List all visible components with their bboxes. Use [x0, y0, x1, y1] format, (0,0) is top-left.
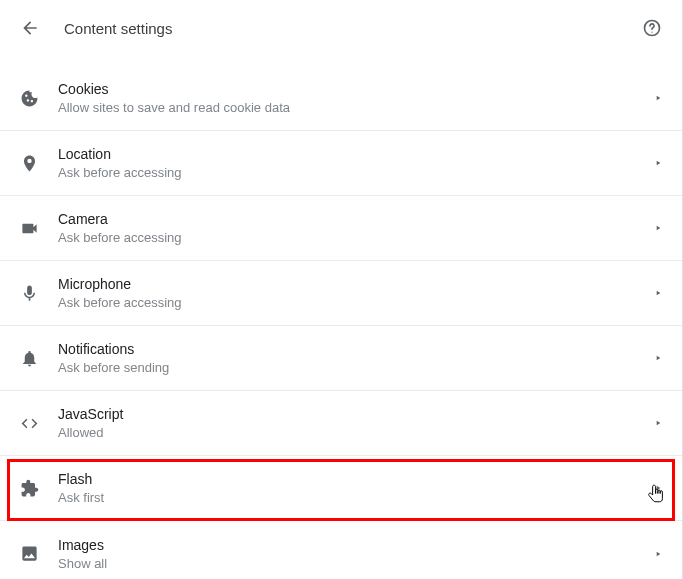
row-subtitle: Allowed: [58, 425, 654, 440]
icon-wrap: [20, 414, 58, 433]
row-microphone[interactable]: Microphone Ask before accessing: [0, 261, 682, 326]
chevron-right-icon: [654, 159, 662, 167]
chevron-right-icon: [654, 419, 662, 427]
chevron-right-icon: [654, 94, 662, 102]
camera-icon: [20, 219, 39, 238]
row-images[interactable]: Images Show all: [0, 521, 682, 579]
chevron-right-icon: [654, 484, 662, 492]
extension-icon: [20, 479, 39, 498]
row-subtitle: Show all: [58, 556, 654, 571]
row-subtitle: Ask before accessing: [58, 165, 654, 180]
row-title: Flash: [58, 471, 654, 487]
header: Content settings: [0, 0, 682, 56]
row-cookies[interactable]: Cookies Allow sites to save and read coo…: [0, 66, 682, 131]
notifications-icon: [20, 349, 39, 368]
row-subtitle: Ask before accessing: [58, 295, 654, 310]
row-subtitle: Ask first: [58, 490, 654, 505]
row-title: Images: [58, 537, 654, 553]
row-title: Notifications: [58, 341, 654, 357]
icon-wrap: [20, 284, 58, 303]
icon-wrap: [20, 544, 58, 563]
row-content: Location Ask before accessing: [58, 146, 654, 180]
row-flash[interactable]: Flash Ask first: [0, 456, 682, 521]
row-title: Cookies: [58, 81, 654, 97]
row-javascript[interactable]: JavaScript Allowed: [0, 391, 682, 456]
row-subtitle: Allow sites to save and read cookie data: [58, 100, 654, 115]
icon-wrap: [20, 89, 58, 108]
row-title: JavaScript: [58, 406, 654, 422]
row-notifications[interactable]: Notifications Ask before sending: [0, 326, 682, 391]
row-content: Microphone Ask before accessing: [58, 276, 654, 310]
row-subtitle: Ask before sending: [58, 360, 654, 375]
icon-wrap: [20, 349, 58, 368]
row-content: JavaScript Allowed: [58, 406, 654, 440]
row-content: Camera Ask before accessing: [58, 211, 654, 245]
row-content: Cookies Allow sites to save and read coo…: [58, 81, 654, 115]
row-content: Flash Ask first: [58, 471, 654, 505]
images-icon: [20, 544, 39, 563]
help-icon[interactable]: [642, 18, 662, 38]
icon-wrap: [20, 219, 58, 238]
row-content: Notifications Ask before sending: [58, 341, 654, 375]
row-subtitle: Ask before accessing: [58, 230, 654, 245]
cookie-icon: [20, 89, 39, 108]
location-icon: [20, 154, 39, 173]
chevron-right-icon: [654, 289, 662, 297]
microphone-icon: [20, 284, 39, 303]
icon-wrap: [20, 154, 58, 173]
row-title: Location: [58, 146, 654, 162]
chevron-right-icon: [654, 224, 662, 232]
row-title: Camera: [58, 211, 654, 227]
row-title: Microphone: [58, 276, 654, 292]
row-location[interactable]: Location Ask before accessing: [0, 131, 682, 196]
code-icon: [20, 414, 39, 433]
settings-list: Cookies Allow sites to save and read coo…: [0, 66, 682, 579]
back-arrow-icon[interactable]: [20, 18, 40, 38]
icon-wrap: [20, 479, 58, 498]
row-content: Images Show all: [58, 537, 654, 571]
svg-point-1: [651, 32, 652, 33]
chevron-right-icon: [654, 354, 662, 362]
page-title: Content settings: [64, 20, 642, 37]
chevron-right-icon: [654, 550, 662, 558]
row-camera[interactable]: Camera Ask before accessing: [0, 196, 682, 261]
